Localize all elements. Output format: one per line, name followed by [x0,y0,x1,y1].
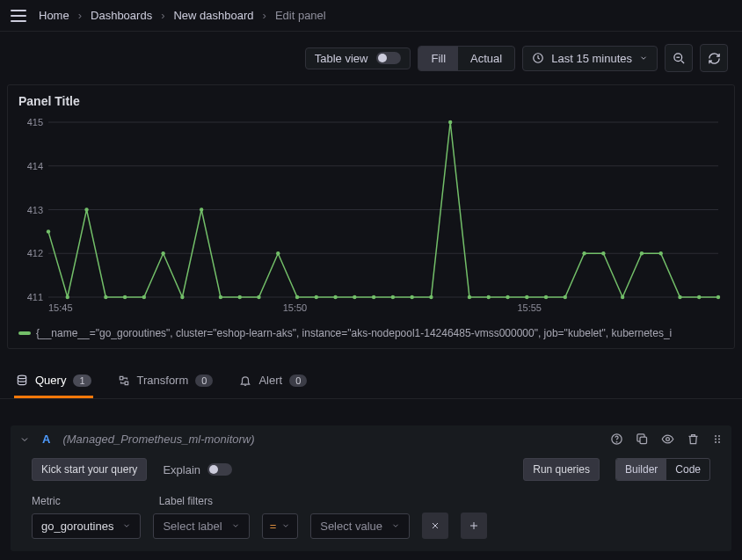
time-range-label: Last 15 minutes [551,52,632,65]
time-range-picker[interactable]: Last 15 minutes [522,46,658,71]
label-select[interactable]: Select label [153,513,249,539]
chevron-down-icon[interactable] [19,434,30,445]
drag-handle-icon[interactable] [712,433,723,446]
chevron-down-icon [122,521,131,530]
chevron-right-icon: › [161,9,164,22]
query-actions [610,433,723,446]
svg-point-24 [219,295,222,299]
breadcrumb-item-new-dashboard[interactable]: New dashboard [173,9,253,22]
svg-point-46 [640,251,644,255]
svg-point-44 [601,251,605,255]
svg-point-42 [564,295,567,299]
explain-label: Explain [163,463,200,476]
query-header: A (Managed_Prometheus_ml-monitorw) [11,425,731,453]
fill-option[interactable]: Fill [418,47,458,70]
query-ref-id[interactable]: A [42,433,50,446]
field-labels-row: Metric Label filters [11,486,731,513]
svg-point-21 [161,251,164,255]
label-placeholder: Select label [163,520,222,533]
clock-icon [532,52,544,64]
add-filter-button[interactable] [461,513,487,539]
legend-text: {__name__="go_goroutines", cluster="esho… [36,327,672,339]
metric-select[interactable]: go_goroutines [32,513,141,539]
svg-point-48 [678,295,681,299]
builder-mode[interactable]: Builder [616,459,666,480]
svg-point-18 [104,295,107,299]
code-mode[interactable]: Code [666,459,709,480]
svg-point-61 [718,441,720,443]
kick-start-button[interactable]: Kick start your query [32,458,147,481]
svg-text:412: 412 [27,248,43,258]
chart-area[interactable]: 41141241341441515:4515:5015:55 [8,117,734,324]
breadcrumb: Home › Dashboards › New dashboard › Edit… [39,9,326,22]
breadcrumb-item-edit-panel: Edit panel [275,9,326,22]
panel-toolbar: Table view Fill Actual Last 15 minutes [0,32,742,84]
tab-query[interactable]: Query 1 [14,365,93,398]
operator-select[interactable]: = [262,513,299,539]
svg-point-43 [582,251,586,255]
copy-icon[interactable] [636,433,649,446]
svg-text:15:45: 15:45 [48,302,73,313]
value-select[interactable]: Select value [310,513,410,539]
actual-option[interactable]: Actual [458,47,514,70]
breadcrumb-item-dashboards[interactable]: Dashboards [91,9,152,22]
svg-point-19 [123,295,127,299]
trash-icon[interactable] [687,433,700,446]
refresh-button[interactable] [700,44,728,72]
svg-point-26 [257,295,260,299]
truncated-bar [11,403,731,410]
query-editor: A (Managed_Prometheus_ml-monitorw) Kick … [11,425,731,551]
svg-text:411: 411 [27,292,43,302]
eye-icon[interactable] [661,433,674,446]
svg-point-49 [697,295,701,299]
svg-point-16 [66,295,69,299]
editor-mode-segment: Builder Code [615,458,710,481]
explain-toggle[interactable]: Explain [163,463,232,476]
query-fields-row: go_goroutines Select label = Select valu… [11,513,731,539]
chart-panel: Panel Title 41141241341441515:4515:5015:… [7,84,735,349]
svg-point-30 [333,295,337,299]
table-view-label: Table view [315,52,368,65]
switch-icon[interactable] [207,463,232,476]
svg-point-32 [372,295,375,299]
help-icon[interactable] [610,433,623,446]
svg-point-17 [84,207,88,211]
fit-mode-segment: Fill Actual [418,46,515,71]
zoom-out-button[interactable] [665,44,693,72]
svg-text:415: 415 [27,117,43,127]
alert-count-badge: 0 [289,375,307,387]
table-view-toggle[interactable]: Table view [305,47,411,69]
menu-icon[interactable] [11,10,26,22]
switch-icon[interactable] [376,52,401,64]
svg-point-41 [544,295,548,299]
svg-point-29 [315,295,318,299]
tab-alert[interactable]: Alert 0 [237,365,309,398]
svg-point-33 [391,295,395,299]
svg-point-58 [715,439,717,440]
tab-transform[interactable]: Transform 0 [116,365,215,398]
svg-point-56 [715,435,717,437]
svg-point-31 [353,295,356,299]
run-queries-button[interactable]: Run queries [523,458,600,481]
transform-count-badge: 0 [195,375,213,387]
metric-field-label: Metric [32,495,61,507]
svg-point-39 [506,295,509,299]
remove-filter-button[interactable] [422,513,448,539]
svg-point-60 [715,441,717,443]
chart-legend[interactable]: {__name__="go_goroutines", cluster="esho… [8,324,734,348]
line-chart[interactable]: 41141241341441515:4515:5015:55 [18,117,724,324]
label-filters-label: Label filters [159,495,213,507]
tab-alert-label: Alert [258,374,282,387]
svg-rect-54 [640,437,647,444]
breadcrumb-item-home[interactable]: Home [39,9,69,22]
svg-point-15 [47,229,50,233]
transform-icon [118,375,130,387]
query-datasource: (Managed_Prometheus_ml-monitorw) [62,433,254,446]
chevron-right-icon: › [263,9,266,22]
close-icon [430,520,440,531]
svg-point-50 [717,295,720,299]
database-icon [16,375,28,387]
svg-point-34 [410,295,413,299]
svg-point-59 [718,439,720,440]
svg-text:413: 413 [27,205,43,215]
